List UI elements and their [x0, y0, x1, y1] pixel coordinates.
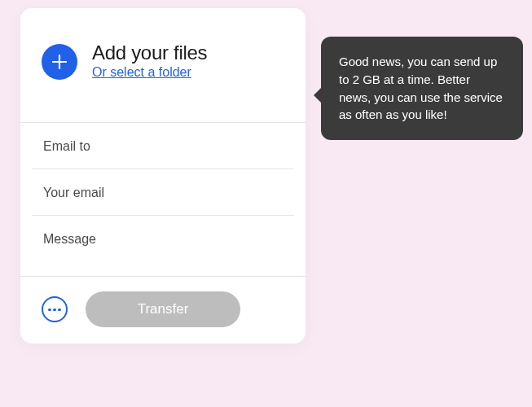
- add-files-button[interactable]: [42, 44, 77, 80]
- email-to-field-wrap: [32, 123, 294, 169]
- your-email-input[interactable]: [32, 169, 294, 215]
- card-footer: Transfer: [20, 276, 306, 344]
- your-email-field-wrap: [32, 169, 294, 216]
- upload-section: Add your files Or select a folder: [20, 8, 306, 122]
- message-field-wrap: [32, 216, 294, 276]
- upload-text: Add your files Or select a folder: [92, 42, 207, 80]
- message-input[interactable]: [32, 216, 294, 273]
- select-folder-link[interactable]: Or select a folder: [92, 65, 191, 79]
- upload-heading: Add your files: [92, 42, 207, 63]
- email-to-input[interactable]: [32, 123, 294, 168]
- tooltip-text: Good news, you can send up to 2 GB at a …: [339, 55, 503, 121]
- more-options-button[interactable]: [42, 296, 68, 322]
- plus-icon: [52, 55, 67, 69]
- transfer-card: Add your files Or select a folder Transf…: [20, 8, 306, 344]
- dots-icon: [48, 309, 61, 312]
- info-tooltip: Good news, you can send up to 2 GB at a …: [321, 37, 523, 140]
- form-section: [20, 122, 306, 276]
- transfer-button[interactable]: Transfer: [86, 291, 240, 327]
